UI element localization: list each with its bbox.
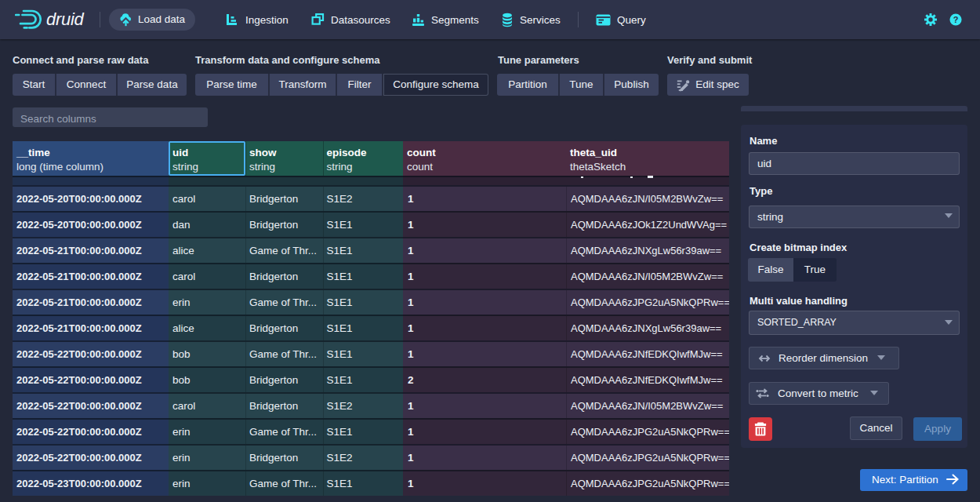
- svg-text:?: ?: [953, 15, 959, 24]
